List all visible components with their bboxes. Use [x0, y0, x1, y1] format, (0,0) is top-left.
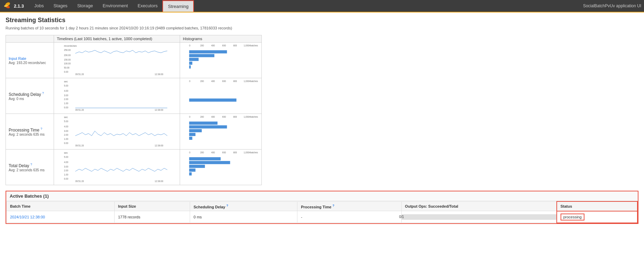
- svg-text:2.00: 2.00: [64, 134, 69, 136]
- total-delay-chart: sec 5.00 4.00 3.00 2.00 1.00 0.00 09:51:…: [55, 151, 178, 182]
- svg-text:0: 0: [189, 80, 191, 82]
- svg-text:600: 600: [222, 116, 226, 118]
- batch-time-cell: 2024/10/21 12:38:00: [7, 211, 115, 223]
- active-batches-section: Active Batches (1) Batch Time Input Size…: [6, 191, 638, 224]
- col-scheduling-delay: Scheduling Delay ?: [190, 201, 297, 211]
- total-delay-avg: Avg: 2 seconds 635 ms: [9, 168, 51, 172]
- scheduling-delay-histogram: 0 200 400 600 800 1,000 #batches: [180, 78, 262, 114]
- input-rate-label: Input Rate Avg: 193.20 records/sec: [6, 43, 54, 78]
- svg-text:0: 0: [189, 116, 191, 118]
- svg-rect-83: [189, 172, 192, 175]
- svg-text:1,000: 1,000: [244, 44, 249, 47]
- nav-jobs[interactable]: Jobs: [29, 0, 48, 12]
- input-rate-timeline: records/sec 250.00 200.00 150.00 100.00 …: [54, 43, 180, 78]
- processing-time-timeline: sec 5.00 4.00 3.00 2.00 1.00 0.00 09:51:…: [54, 114, 180, 150]
- scheduling-delay-help[interactable]: ?: [42, 91, 44, 95]
- brand: 2.1.3: [3, 1, 24, 11]
- input-rate-avg: Avg: 193.20 records/sec: [9, 61, 51, 65]
- svg-text:5.00: 5.00: [64, 156, 69, 158]
- svg-text:records/sec: records/sec: [64, 44, 77, 47]
- scheduling-delay-chart: sec 5.00 4.00 3.00 2.00 1.00 0.00 09:51:…: [55, 80, 178, 111]
- svg-text:1,000: 1,000: [244, 116, 249, 118]
- batches-table-header: Batch Time Input Size Scheduling Delay ?…: [7, 201, 638, 211]
- processing-time-text: Processing Time: [9, 128, 39, 133]
- page-content: Streaming Statistics Running batches of …: [0, 12, 644, 228]
- svg-text:150.00: 150.00: [64, 58, 71, 61]
- svg-rect-41: [189, 99, 237, 102]
- processing-time-help[interactable]: ?: [41, 127, 42, 130]
- svg-text:12:38:00: 12:38:00: [155, 73, 163, 75]
- svg-text:0.00: 0.00: [64, 106, 69, 109]
- total-delay-text: Total Delay: [9, 163, 29, 168]
- svg-text:100.00: 100.00: [64, 62, 71, 65]
- processing-time-row: Processing Time ? Avg: 2 seconds 635 ms …: [6, 114, 262, 150]
- app-name: SocialBatchPvUv application UI: [583, 3, 641, 8]
- input-rate-link[interactable]: Input Rate: [9, 56, 26, 61]
- sched-delay-col-help[interactable]: ?: [226, 204, 229, 207]
- status-badge: processing: [561, 214, 584, 220]
- total-delay-timeline: sec 5.00 4.00 3.00 2.00 1.00 0.00 09:51:…: [54, 150, 180, 185]
- proc-time-col-help[interactable]: ?: [332, 204, 334, 207]
- svg-text:2.00: 2.00: [64, 169, 69, 172]
- nav-streaming[interactable]: Streaming: [162, 0, 194, 12]
- svg-rect-60: [189, 129, 202, 132]
- total-delay-label: Total Delay ? Avg: 2 seconds 635 ms: [6, 150, 54, 185]
- batch-processing-time: -: [297, 211, 401, 223]
- processing-time-label: Processing Time ? Avg: 2 seconds 635 ms: [6, 114, 54, 150]
- batch-status: processing: [557, 211, 637, 223]
- page-subtitle: Running batches of 10 seconds for 1 day …: [6, 26, 638, 30]
- total-delay-histogram: 0 200 400 600 800 1,000 #batches: [180, 150, 262, 185]
- nav-environment[interactable]: Environment: [98, 0, 133, 12]
- svg-text:sec: sec: [64, 151, 68, 154]
- total-delay-help[interactable]: ?: [30, 163, 32, 166]
- svg-text:1,000: 1,000: [244, 151, 249, 154]
- svg-rect-82: [189, 169, 196, 172]
- timelines-header: Timelines (Last 1001 batches, 1 active, …: [54, 35, 180, 43]
- svg-text:800: 800: [233, 151, 237, 154]
- svg-text:0.00: 0.00: [64, 142, 69, 144]
- svg-text:1,000: 1,000: [244, 80, 249, 82]
- svg-text:5.00: 5.00: [64, 84, 69, 87]
- scheduling-delay-row: Scheduling Delay ? Avg: 0 ms sec 5.00 4.…: [6, 78, 262, 114]
- batch-row: 2024/10/21 12:38:00 1778 records 0 ms - …: [7, 211, 638, 223]
- svg-text:200.00: 200.00: [64, 54, 71, 56]
- scheduling-delay-hist-chart: 0 200 400 600 800 1,000 #batches: [181, 80, 260, 111]
- svg-text:sec: sec: [64, 80, 68, 83]
- nav-stages[interactable]: Stages: [48, 0, 72, 12]
- svg-text:3.00: 3.00: [64, 94, 69, 97]
- svg-text:250.00: 250.00: [64, 49, 71, 51]
- svg-rect-22: [189, 62, 193, 65]
- svg-text:#batches: #batches: [249, 44, 258, 47]
- svg-text:3.00: 3.00: [64, 130, 69, 132]
- svg-text:12:38:00: 12:38:00: [155, 109, 163, 111]
- spark-version: 2.1.3: [14, 3, 24, 9]
- svg-text:09:51:20: 09:51:20: [75, 73, 84, 75]
- svg-text:0.00: 0.00: [64, 178, 69, 180]
- scheduling-delay-text: Scheduling Delay: [9, 92, 41, 97]
- nav-storage[interactable]: Storage: [72, 0, 98, 12]
- svg-rect-80: [189, 161, 230, 164]
- svg-rect-21: [189, 58, 199, 61]
- nav-executors[interactable]: Executors: [133, 0, 162, 12]
- svg-text:600: 600: [222, 80, 226, 82]
- svg-text:4.00: 4.00: [64, 125, 69, 128]
- batch-time-link[interactable]: 2024/10/21 12:38:00: [10, 215, 45, 219]
- batches-table: Batch Time Input Size Scheduling Delay ?…: [6, 201, 638, 223]
- svg-text:09:51:20: 09:51:20: [75, 109, 84, 111]
- scheduling-delay-label: Scheduling Delay ? Avg: 0 ms: [6, 78, 54, 114]
- svg-rect-79: [189, 157, 221, 160]
- svg-rect-61: [189, 133, 196, 136]
- svg-text:800: 800: [233, 80, 237, 82]
- col-output-ops: Output Ops: Succeeded/Total: [401, 201, 557, 211]
- svg-text:400: 400: [211, 44, 215, 47]
- svg-text:200: 200: [200, 116, 204, 118]
- active-batches-header: Active Batches (1): [6, 191, 638, 201]
- svg-text:1.00: 1.00: [64, 102, 69, 105]
- svg-text:400: 400: [211, 151, 215, 154]
- svg-text:1.00: 1.00: [64, 173, 69, 176]
- col-status: Status: [557, 201, 637, 211]
- histograms-header: Histograms: [180, 35, 262, 43]
- col-processing-time: Processing Time ?: [297, 201, 401, 211]
- svg-text:800: 800: [233, 116, 237, 118]
- col-batch-time: Batch Time: [7, 201, 115, 211]
